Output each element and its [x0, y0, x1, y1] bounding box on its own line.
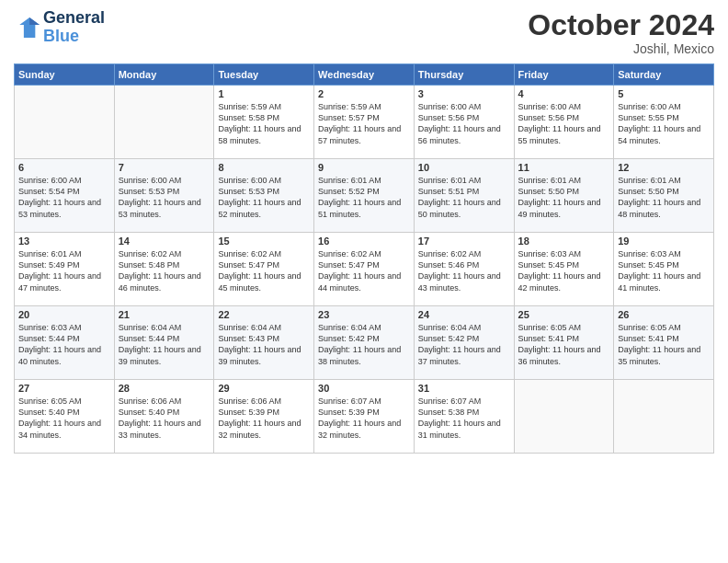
calendar-day-cell: 8Sunrise: 6:00 AM Sunset: 5:53 PM Daylig… — [214, 159, 314, 233]
day-number: 27 — [18, 383, 110, 394]
calendar-day-cell: 10Sunrise: 6:01 AM Sunset: 5:51 PM Dayli… — [414, 159, 514, 233]
calendar-day-cell: 31Sunrise: 6:07 AM Sunset: 5:38 PM Dayli… — [414, 380, 514, 454]
calendar: SundayMondayTuesdayWednesdayThursdayFrid… — [14, 63, 714, 454]
day-number: 12 — [618, 162, 710, 173]
calendar-day-cell — [114, 86, 214, 159]
svg-marker-1 — [29, 17, 40, 25]
calendar-day-cell: 5Sunrise: 6:00 AM Sunset: 5:55 PM Daylig… — [614, 86, 714, 159]
day-number: 31 — [418, 383, 510, 394]
calendar-day-cell: 27Sunrise: 6:05 AM Sunset: 5:40 PM Dayli… — [15, 380, 115, 454]
day-info: Sunrise: 6:00 AM Sunset: 5:55 PM Dayligh… — [618, 101, 710, 146]
day-number: 3 — [418, 88, 510, 99]
calendar-day-cell: 1Sunrise: 5:59 AM Sunset: 5:58 PM Daylig… — [214, 86, 314, 159]
calendar-day-cell: 25Sunrise: 6:05 AM Sunset: 5:41 PM Dayli… — [514, 306, 614, 380]
calendar-day-cell: 3Sunrise: 6:00 AM Sunset: 5:56 PM Daylig… — [414, 86, 514, 159]
calendar-day-cell — [15, 86, 115, 159]
calendar-day-cell: 11Sunrise: 6:01 AM Sunset: 5:50 PM Dayli… — [514, 159, 614, 233]
day-info: Sunrise: 6:06 AM Sunset: 5:39 PM Dayligh… — [218, 396, 310, 441]
day-info: Sunrise: 6:05 AM Sunset: 5:41 PM Dayligh… — [618, 322, 710, 367]
day-info: Sunrise: 6:00 AM Sunset: 5:56 PM Dayligh… — [518, 101, 610, 146]
calendar-day-cell: 9Sunrise: 6:01 AM Sunset: 5:52 PM Daylig… — [314, 159, 415, 233]
day-number: 14 — [119, 236, 210, 247]
location: Joshil, Mexico — [528, 41, 714, 56]
calendar-week-row: 20Sunrise: 6:03 AM Sunset: 5:44 PM Dayli… — [15, 306, 714, 380]
logo: General Blue — [14, 9, 105, 46]
calendar-day-cell: 18Sunrise: 6:03 AM Sunset: 5:45 PM Dayli… — [514, 233, 614, 306]
header: General Blue October 2024 Joshil, Mexico — [14, 9, 714, 56]
day-info: Sunrise: 6:00 AM Sunset: 5:53 PM Dayligh… — [218, 175, 310, 220]
day-info: Sunrise: 6:03 AM Sunset: 5:45 PM Dayligh… — [518, 248, 610, 293]
day-number: 13 — [18, 236, 110, 247]
calendar-day-cell — [614, 380, 714, 454]
calendar-day-cell: 28Sunrise: 6:06 AM Sunset: 5:40 PM Dayli… — [114, 380, 214, 454]
day-number: 10 — [418, 162, 510, 173]
day-info: Sunrise: 6:01 AM Sunset: 5:51 PM Dayligh… — [418, 175, 510, 220]
calendar-day-cell: 12Sunrise: 6:01 AM Sunset: 5:50 PM Dayli… — [614, 159, 714, 233]
calendar-day-cell: 15Sunrise: 6:02 AM Sunset: 5:47 PM Dayli… — [214, 233, 314, 306]
day-number: 5 — [618, 88, 710, 99]
day-info: Sunrise: 6:01 AM Sunset: 5:50 PM Dayligh… — [518, 175, 610, 220]
calendar-day-cell: 20Sunrise: 6:03 AM Sunset: 5:44 PM Dayli… — [15, 306, 115, 380]
calendar-day-cell: 21Sunrise: 6:04 AM Sunset: 5:44 PM Dayli… — [114, 306, 214, 380]
logo-icon — [14, 15, 40, 40]
day-number: 8 — [218, 162, 310, 173]
day-number: 19 — [618, 236, 710, 247]
logo-text: General Blue — [43, 9, 105, 46]
calendar-day-cell: 14Sunrise: 6:02 AM Sunset: 5:48 PM Dayli… — [114, 233, 214, 306]
day-number: 11 — [518, 162, 610, 173]
day-info: Sunrise: 5:59 AM Sunset: 5:58 PM Dayligh… — [218, 101, 310, 146]
day-info: Sunrise: 6:07 AM Sunset: 5:39 PM Dayligh… — [318, 396, 410, 441]
day-number: 18 — [518, 236, 610, 247]
calendar-day-cell: 7Sunrise: 6:00 AM Sunset: 5:53 PM Daylig… — [114, 159, 214, 233]
calendar-day-cell: 22Sunrise: 6:04 AM Sunset: 5:43 PM Dayli… — [214, 306, 314, 380]
day-number: 21 — [119, 309, 210, 320]
day-info: Sunrise: 6:05 AM Sunset: 5:41 PM Dayligh… — [518, 322, 610, 367]
calendar-day-cell: 29Sunrise: 6:06 AM Sunset: 5:39 PM Dayli… — [214, 380, 314, 454]
day-info: Sunrise: 6:02 AM Sunset: 5:46 PM Dayligh… — [418, 248, 510, 293]
day-info: Sunrise: 6:01 AM Sunset: 5:49 PM Dayligh… — [18, 248, 110, 293]
day-number: 1 — [218, 88, 310, 99]
day-number: 9 — [318, 162, 410, 173]
day-info: Sunrise: 6:06 AM Sunset: 5:40 PM Dayligh… — [119, 396, 210, 441]
day-info: Sunrise: 6:00 AM Sunset: 5:56 PM Dayligh… — [418, 101, 510, 146]
logo-line2: Blue — [43, 28, 105, 46]
weekday-header-cell: Sunday — [15, 64, 115, 86]
day-info: Sunrise: 6:02 AM Sunset: 5:47 PM Dayligh… — [318, 248, 410, 293]
calendar-body: 1Sunrise: 5:59 AM Sunset: 5:58 PM Daylig… — [15, 86, 714, 454]
calendar-week-row: 1Sunrise: 5:59 AM Sunset: 5:58 PM Daylig… — [15, 86, 714, 159]
calendar-day-cell: 13Sunrise: 6:01 AM Sunset: 5:49 PM Dayli… — [15, 233, 115, 306]
month-title: October 2024 — [528, 9, 714, 41]
title-block: October 2024 Joshil, Mexico — [528, 9, 714, 56]
day-number: 4 — [518, 88, 610, 99]
day-info: Sunrise: 6:01 AM Sunset: 5:50 PM Dayligh… — [618, 175, 710, 220]
day-number: 26 — [618, 309, 710, 320]
weekday-header-cell: Tuesday — [214, 64, 314, 86]
day-number: 24 — [418, 309, 510, 320]
weekday-header-cell: Friday — [514, 64, 614, 86]
day-info: Sunrise: 6:05 AM Sunset: 5:40 PM Dayligh… — [18, 396, 110, 441]
day-info: Sunrise: 6:03 AM Sunset: 5:44 PM Dayligh… — [18, 322, 110, 367]
calendar-day-cell: 24Sunrise: 6:04 AM Sunset: 5:42 PM Dayli… — [414, 306, 514, 380]
calendar-week-row: 13Sunrise: 6:01 AM Sunset: 5:49 PM Dayli… — [15, 233, 714, 306]
calendar-day-cell: 26Sunrise: 6:05 AM Sunset: 5:41 PM Dayli… — [614, 306, 714, 380]
day-number: 2 — [318, 88, 410, 99]
day-number: 28 — [119, 383, 210, 394]
day-info: Sunrise: 6:04 AM Sunset: 5:42 PM Dayligh… — [318, 322, 410, 367]
day-info: Sunrise: 6:01 AM Sunset: 5:52 PM Dayligh… — [318, 175, 410, 220]
day-number: 20 — [18, 309, 110, 320]
weekday-header-cell: Thursday — [414, 64, 514, 86]
day-number: 6 — [18, 162, 110, 173]
day-info: Sunrise: 6:02 AM Sunset: 5:48 PM Dayligh… — [119, 248, 210, 293]
day-number: 29 — [218, 383, 310, 394]
day-info: Sunrise: 6:04 AM Sunset: 5:44 PM Dayligh… — [119, 322, 210, 367]
day-info: Sunrise: 6:04 AM Sunset: 5:42 PM Dayligh… — [418, 322, 510, 367]
day-number: 25 — [518, 309, 610, 320]
day-number: 15 — [218, 236, 310, 247]
calendar-week-row: 6Sunrise: 6:00 AM Sunset: 5:54 PM Daylig… — [15, 159, 714, 233]
day-number: 16 — [318, 236, 410, 247]
logo-line1: General — [43, 9, 105, 28]
day-info: Sunrise: 6:03 AM Sunset: 5:45 PM Dayligh… — [618, 248, 710, 293]
day-info: Sunrise: 6:07 AM Sunset: 5:38 PM Dayligh… — [418, 396, 510, 441]
day-number: 7 — [119, 162, 210, 173]
day-number: 17 — [418, 236, 510, 247]
